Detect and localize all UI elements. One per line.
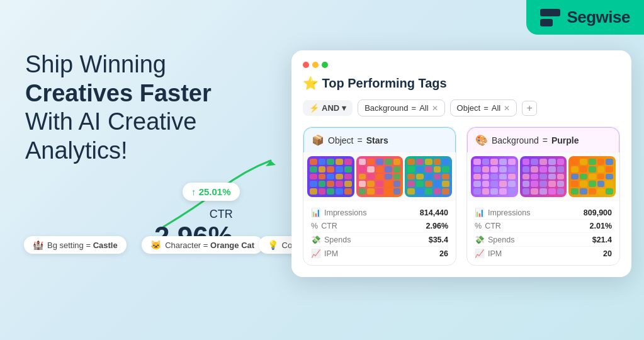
- card-header-background-purple: 🎨 Background = Purple: [467, 127, 619, 152]
- stat-impressions-purple: 📊Impressions 809,900: [475, 206, 612, 220]
- filter-bar: ⚡ AND ▾ Background = All ✕ Object = All …: [303, 99, 620, 116]
- tag-bg-setting: 🏰 Bg setting = Castle: [24, 236, 127, 254]
- stat-ctr-stars: %CTR 2.96%: [311, 220, 448, 233]
- hero-headline: Ship Winning Creatives Faster With AI Cr…: [25, 50, 212, 165]
- panel-title: ⭐ Top Performing Tags: [303, 76, 620, 91]
- game-image-1: [307, 156, 354, 197]
- stat-ctr-purple: %CTR 2.01%: [475, 220, 612, 233]
- tag-character: 🐱 Character = Orange Cat: [142, 236, 263, 254]
- card-stats-purple: 📊Impressions 809,900 %CTR 2.01% 💸Spends …: [467, 201, 619, 265]
- logo-text: Segwise: [567, 8, 630, 27]
- filter-chip-background[interactable]: Background = All ✕: [358, 99, 444, 116]
- card-images-stars: [303, 152, 456, 201]
- card-stats-stars: 📊Impressions 814,440 %CTR 2.96% 💸Spends …: [303, 201, 456, 265]
- filter-add-button[interactable]: +: [522, 101, 537, 116]
- card-header-object-stars: 📦 Object = Stars: [303, 127, 456, 152]
- hero-text-block: Ship Winning Creatives Faster With AI Cr…: [25, 50, 212, 165]
- stat-ipm-purple: 📈IPM 20: [475, 247, 612, 260]
- cards-row: 📦 Object = Stars: [303, 127, 620, 266]
- stat-impressions-stars: 📊Impressions 814,440: [311, 206, 448, 220]
- stat-ipm-stars: 📈IPM 26: [311, 247, 448, 260]
- logo-area: Segwise: [526, 0, 644, 35]
- card-object-stars: 📦 Object = Stars: [303, 127, 456, 266]
- purple-image-2: [520, 156, 567, 197]
- filter-chip-object[interactable]: Object = All ✕: [450, 99, 517, 116]
- filter-operator[interactable]: ⚡ AND ▾: [303, 100, 353, 116]
- stat-spends-stars: 💸Spends $35.4: [311, 233, 448, 247]
- game-image-2: [356, 156, 404, 197]
- card-background-purple: 🎨 Background = Purple: [466, 127, 620, 266]
- logo-icon: [540, 9, 560, 26]
- dashboard-panel: ⭐ Top Performing Tags ⚡ AND ▾ Background…: [291, 50, 631, 277]
- purple-image-1: [471, 156, 518, 197]
- card-images-purple: [467, 152, 619, 201]
- game-image-3: [405, 156, 452, 197]
- window-dots: [303, 62, 620, 68]
- stat-spends-purple: 💸Spends $21.4: [475, 233, 612, 247]
- purple-image-3: [568, 156, 616, 197]
